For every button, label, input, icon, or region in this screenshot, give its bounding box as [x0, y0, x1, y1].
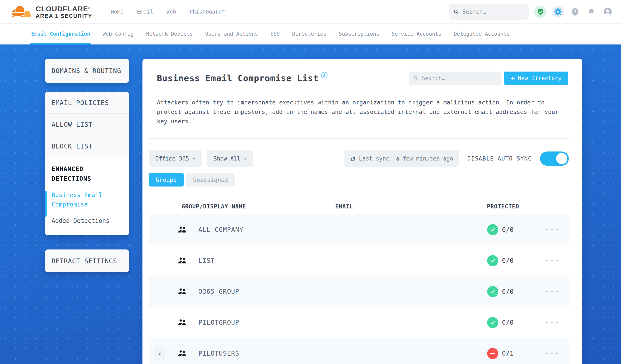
cloudflare-cloud-logo-icon [9, 4, 34, 19]
top-nav-home[interactable]: Home [111, 9, 123, 15]
toggle-knob [556, 153, 567, 164]
row-menu-ellipsis-icon[interactable]: ••• [545, 258, 560, 263]
expand-cell [149, 307, 170, 338]
group-name: LIST [194, 257, 314, 264]
sidebar-item-added-detections[interactable]: Added Detections [52, 216, 122, 225]
group-people-icon [178, 256, 187, 265]
top-header: CLOUDFLARE® AREA 1 SECURITY Home Email W… [0, 0, 621, 24]
protected-check-badge [487, 317, 498, 328]
sidebar-policies-card: EMAIL POLICIES ALLOW LIST BLOCK LIST ENH… [45, 92, 129, 235]
sidebar-item-domains-routing[interactable]: DOMAINS & ROUTING [45, 59, 129, 83]
tab-network-devices[interactable]: Network Devices [146, 24, 193, 44]
tab-sso[interactable]: SSO [270, 24, 279, 44]
table-row: PILOTGROUP 0/0 ••• [149, 307, 569, 338]
settings-button[interactable] [552, 6, 564, 18]
group-icon-cell [170, 349, 194, 358]
header-search[interactable] [449, 4, 529, 19]
expand-row-button[interactable]: › [154, 346, 165, 361]
row-actions-cell: ••• [536, 289, 569, 295]
group-people-icon [178, 318, 187, 327]
row-menu-ellipsis-icon[interactable]: ••• [545, 227, 560, 232]
tab-directories[interactable]: Directories [292, 24, 327, 44]
sidebar-item-label: RETRACT SETTINGS [52, 257, 117, 265]
table-row: O365_GROUP 0/0 ••• [149, 276, 569, 307]
row-menu-ellipsis-icon[interactable]: ••• [545, 351, 560, 356]
check-icon [490, 227, 496, 232]
column-header-group-display-name: GROUP/DISPLAY NAME [182, 203, 246, 210]
expand-cell [149, 245, 170, 276]
row-menu-ellipsis-icon[interactable]: ••• [545, 320, 560, 325]
check-icon [490, 258, 496, 263]
table-row: LIST 0/0 ••• [149, 245, 569, 276]
cloudflare-brand[interactable]: CLOUDFLARE® AREA 1 SECURITY [9, 4, 92, 19]
account-button[interactable] [602, 6, 613, 17]
tab-groups[interactable]: Groups [149, 173, 184, 187]
sync-controls-row: Office 365 ▾ Show All ▾ ↺ Last sync: a f… [149, 150, 569, 167]
expand-cell [149, 276, 170, 307]
sidebar-item-allow-list[interactable]: ALLOW LIST [45, 114, 129, 135]
search-icon [453, 9, 459, 15]
sidebar-item-business-email-compromise[interactable]: Business Email Compromise [52, 191, 122, 209]
tab-service-accounts[interactable]: Service Accounts [392, 24, 441, 44]
tab-users-and-actions[interactable]: Users and Actions [205, 24, 258, 44]
active-item-indicator [45, 191, 47, 217]
group-name: PILOTGROUP [194, 319, 314, 326]
tab-delegated-accounts[interactable]: Delegated Accounts [454, 24, 510, 44]
top-nav-phishguard[interactable]: PhishGuard™ [190, 9, 225, 15]
table-row: › PILOTUSERS 0/1 ••• [149, 338, 569, 364]
protected-cell: 0/0 [444, 224, 536, 235]
row-actions-cell: ••• [536, 351, 569, 356]
auto-sync-toggle[interactable] [540, 152, 569, 166]
not-protected-badge [487, 348, 498, 359]
help-button[interactable]: ? [569, 6, 581, 17]
settings-sidebar: DOMAINS & ROUTING EMAIL POLICIES ALLOW L… [45, 59, 129, 272]
last-sync-text: Last sync: a few minutes ago [359, 155, 453, 162]
show-filter-value: Show All [214, 155, 241, 162]
protected-check-badge [487, 286, 498, 297]
row-actions-cell: ••• [536, 227, 569, 232]
sidebar-item-block-list[interactable]: BLOCK LIST [45, 135, 129, 157]
tab-subscriptions[interactable]: Subscriptions [339, 24, 379, 44]
row-menu-ellipsis-icon[interactable]: ••• [545, 289, 560, 295]
protected-cell: 0/1 [444, 348, 536, 359]
new-directory-button[interactable]: + New Directory [504, 71, 568, 85]
group-icon-cell [170, 225, 194, 234]
top-nav-web[interactable]: Web [167, 9, 176, 15]
protected-check-badge [487, 255, 498, 266]
tab-web-config[interactable]: Web Config [103, 24, 134, 44]
list-search[interactable] [409, 71, 501, 85]
check-icon [490, 289, 496, 295]
list-search-input[interactable] [422, 75, 497, 81]
sidebar-item-email-policies[interactable]: EMAIL POLICIES [45, 92, 129, 113]
title-wrap: Business Email Compromise List i [157, 71, 328, 85]
sidebar-item-enhanced-detections[interactable]: ENHANCED DETECTIONS [52, 164, 122, 184]
brand-trademark: ® [88, 6, 90, 9]
disable-auto-sync-label: DISABLE AUTO SYNC [467, 155, 532, 162]
tab-unassigned[interactable]: Unassigned [186, 173, 235, 187]
group-people-icon [178, 225, 187, 234]
directory-source-dropdown[interactable]: Office 365 ▾ [149, 150, 202, 167]
group-tabs: Groups Unassigned [149, 173, 569, 187]
last-sync-button[interactable]: ↺ Last sync: a few minutes ago [345, 150, 459, 167]
security-status-button[interactable] [534, 6, 547, 18]
group-people-icon [178, 349, 187, 358]
top-nav-email[interactable]: Email [137, 9, 153, 15]
group-name: ALL COMPANY [194, 226, 314, 233]
chevron-right-icon: › [158, 350, 162, 357]
app-root: CLOUDFLARE® AREA 1 SECURITY Home Email W… [0, 0, 621, 364]
notifications-button[interactable] [586, 6, 597, 17]
tab-email-configuration[interactable]: Email Configuration [31, 24, 90, 44]
sidebar-item-retract-settings[interactable]: RETRACT SETTINGS [45, 249, 129, 272]
column-header-protected: PROTECTED [487, 203, 519, 210]
group-name: O365_GROUP [194, 288, 314, 295]
refresh-icon: ↺ [350, 155, 355, 162]
active-tab-underline [30, 43, 91, 44]
header-search-input[interactable] [462, 9, 525, 15]
new-directory-label: New Directory [518, 75, 562, 81]
show-filter-dropdown[interactable]: Show All ▾ [207, 150, 253, 167]
group-icon-cell [170, 318, 194, 327]
info-icon[interactable]: i [321, 72, 328, 78]
directory-source-value: Office 365 [155, 155, 189, 162]
protected-count: 0/1 [502, 350, 514, 357]
top-nav: Home Email Web PhishGuard™ [111, 9, 225, 15]
